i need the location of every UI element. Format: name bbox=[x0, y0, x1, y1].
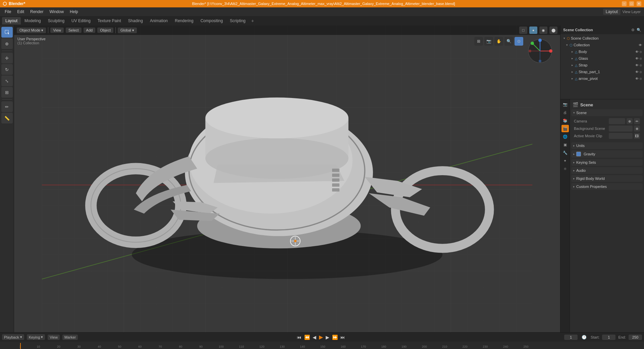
view-menu-button[interactable]: View bbox=[50, 28, 64, 33]
strap-part1-cursor-icon[interactable]: ⊕ bbox=[639, 70, 642, 74]
object-mode-dropdown[interactable]: Object Mode ▾ bbox=[17, 28, 46, 33]
viewport-tool-collections[interactable]: ⊞ bbox=[474, 37, 483, 46]
strap-eye-icon[interactable]: 👁 bbox=[635, 63, 639, 67]
rotate-tool-button[interactable]: ↻ bbox=[1, 64, 13, 75]
tab-modeling[interactable]: Modeling bbox=[21, 17, 44, 24]
arrow-pivot-cursor-icon[interactable]: ⊕ bbox=[639, 77, 642, 81]
jump-start-button[interactable]: ⏮ bbox=[296, 335, 302, 340]
outliner-search-button[interactable]: 🔍 bbox=[637, 28, 641, 32]
keying-sets-section-header[interactable]: ▸ Keying Sets bbox=[571, 159, 643, 166]
custom-properties-section-header[interactable]: ▸ Custom Properties bbox=[571, 183, 643, 190]
outliner-item-body[interactable]: ▸ △ Body 👁 ⊕ bbox=[561, 48, 643, 55]
physics-properties-icon[interactable]: ⚛ bbox=[561, 165, 569, 172]
tab-rendering[interactable]: Rendering bbox=[171, 17, 197, 24]
measure-tool-button[interactable]: 📏 bbox=[1, 113, 13, 123]
outliner-item-arrow-pivot[interactable]: ▸ △ arrow_pivot 👁 ⊕ bbox=[561, 75, 643, 82]
maximize-button[interactable]: □ bbox=[629, 1, 634, 6]
units-section-header[interactable]: ▸ Units bbox=[571, 142, 643, 149]
add-menu-button[interactable]: Add bbox=[84, 28, 96, 33]
collection-eye-icon[interactable]: 👁 bbox=[639, 43, 642, 47]
outliner-filter-button[interactable]: ⚙ bbox=[631, 28, 635, 32]
tab-shading[interactable]: Shading bbox=[125, 17, 146, 24]
body-eye-icon[interactable]: 👁 bbox=[635, 50, 639, 54]
object-properties-icon[interactable]: ▣ bbox=[561, 141, 569, 148]
frame-ruler[interactable]: 1102030405060708090100110120130140150160… bbox=[0, 342, 644, 349]
playback-menu-button[interactable]: Playback ▾ bbox=[2, 334, 24, 340]
keying-menu-button[interactable]: Keying ▾ bbox=[27, 334, 45, 340]
minimize-button[interactable]: − bbox=[622, 1, 627, 6]
viewport-tool-camera[interactable]: 📷 bbox=[484, 37, 493, 46]
tab-layout[interactable]: Layout bbox=[2, 17, 21, 24]
layout-label[interactable]: Layout bbox=[603, 9, 621, 15]
outliner-item-glass[interactable]: ▸ △ Glass 👁 ⊕ bbox=[561, 55, 643, 62]
object-menu-button[interactable]: Object bbox=[97, 28, 113, 33]
outliner-item-strap[interactable]: ▸ △ Strap 👁 ⊕ bbox=[561, 62, 643, 68]
scene-3d-viewport[interactable] bbox=[14, 26, 560, 332]
view-layer-properties-icon[interactable]: 📚 bbox=[561, 117, 569, 124]
world-properties-icon[interactable]: 🌐 bbox=[561, 133, 569, 140]
wireframe-shading-button[interactable]: □ bbox=[519, 27, 527, 34]
movie-clip-icon[interactable]: 🎞 bbox=[634, 133, 640, 139]
scene-section-header[interactable]: ▾ Scene bbox=[571, 109, 643, 116]
strap-cursor-icon[interactable]: ⊕ bbox=[639, 63, 642, 67]
tab-uv-editing[interactable]: UV Editing bbox=[68, 17, 94, 24]
add-workspace-button[interactable]: + bbox=[249, 17, 256, 24]
viewport-tool-dot[interactable]: ⊙ bbox=[515, 37, 523, 46]
menu-edit[interactable]: Edit bbox=[14, 9, 27, 15]
modifier-properties-icon[interactable]: 🔧 bbox=[561, 149, 569, 156]
bg-scene-eyedropper-icon[interactable]: ⊕ bbox=[634, 126, 640, 132]
navigation-gizmo[interactable]: X Y Z bbox=[527, 38, 553, 64]
end-frame-input[interactable]: 250 bbox=[629, 335, 642, 340]
close-button[interactable]: ✕ bbox=[637, 1, 641, 6]
camera-edit-icon[interactable]: ✏ bbox=[634, 118, 640, 124]
outliner-item-collection[interactable]: ▾ ⬡ Collection 👁 bbox=[561, 42, 643, 48]
viewport-tool-hand[interactable]: ✋ bbox=[494, 37, 503, 46]
menu-file[interactable]: File bbox=[2, 9, 14, 15]
outliner-item-strap-part-1[interactable]: ▸ △ Strap_part_1 👁 ⊕ bbox=[561, 68, 643, 75]
outliner-item-scene-collection[interactable]: ▾ ⬡ Scene Collection bbox=[561, 35, 643, 42]
annotate-tool-button[interactable]: ✏ bbox=[1, 101, 13, 112]
gravity-checkbox[interactable] bbox=[576, 152, 581, 156]
prev-keyframe-button[interactable]: ⏪ bbox=[304, 335, 311, 340]
tab-animation[interactable]: Animation bbox=[147, 17, 171, 24]
next-keyframe-button[interactable]: ⏩ bbox=[331, 335, 338, 340]
rendered-shading-button[interactable]: ⬤ bbox=[549, 27, 557, 34]
move-tool-button[interactable]: ✛ bbox=[1, 53, 13, 63]
gravity-section-header[interactable]: ▸ Gravity bbox=[571, 150, 643, 158]
viewport-tool-zoom[interactable]: 🔍 bbox=[504, 37, 513, 46]
glass-eye-icon[interactable]: 👁 bbox=[635, 57, 639, 60]
arrow-pivot-eye-icon[interactable]: 👁 bbox=[635, 77, 639, 81]
scene-properties-icon[interactable]: 🎬 bbox=[561, 125, 569, 132]
particle-properties-icon[interactable]: ✦ bbox=[561, 157, 569, 164]
cursor-tool-button[interactable]: ⊕ bbox=[1, 38, 13, 49]
render-properties-icon[interactable]: 📷 bbox=[561, 101, 569, 108]
background-scene-value[interactable] bbox=[609, 126, 633, 132]
menu-render[interactable]: Render bbox=[28, 9, 46, 15]
timeline-view-menu-button[interactable]: View bbox=[48, 335, 60, 340]
tab-texture-paint[interactable]: Texture Paint bbox=[94, 17, 124, 24]
viewport-shading-global[interactable]: Global ▾ bbox=[118, 28, 137, 33]
step-back-button[interactable]: ◀ bbox=[312, 335, 317, 340]
menu-window[interactable]: Window bbox=[47, 9, 66, 15]
start-frame-input[interactable]: 1 bbox=[602, 335, 615, 340]
select-menu-button[interactable]: Select bbox=[66, 28, 82, 33]
active-movie-clip-value[interactable] bbox=[609, 133, 633, 139]
tab-sculpting[interactable]: Sculpting bbox=[45, 17, 68, 24]
marker-menu-button[interactable]: Marker bbox=[62, 335, 78, 340]
current-frame-input[interactable]: 1 bbox=[564, 335, 578, 340]
menu-help[interactable]: Help bbox=[67, 9, 81, 15]
rigid-body-world-section-header[interactable]: ▸ Rigid Body World bbox=[571, 175, 643, 182]
material-shading-button[interactable]: ◉ bbox=[539, 27, 547, 34]
glass-cursor-icon[interactable]: ⊕ bbox=[639, 57, 642, 60]
body-cursor-icon[interactable]: ⊕ bbox=[639, 50, 642, 54]
scale-tool-button[interactable]: ⤡ bbox=[1, 76, 13, 86]
select-tool-button[interactable] bbox=[1, 27, 13, 38]
camera-eyedropper-icon[interactable]: ⊕ bbox=[627, 118, 633, 124]
play-button[interactable]: ▶ bbox=[318, 334, 324, 340]
transform-tool-button[interactable]: ⊞ bbox=[1, 87, 13, 98]
audio-section-header[interactable]: ▸ Audio bbox=[571, 167, 643, 174]
output-properties-icon[interactable]: 🖨 bbox=[561, 109, 569, 116]
strap-part1-eye-icon[interactable]: 👁 bbox=[635, 70, 639, 74]
tab-compositing[interactable]: Compositing bbox=[197, 17, 226, 24]
solid-shading-button[interactable]: ● bbox=[529, 27, 537, 34]
